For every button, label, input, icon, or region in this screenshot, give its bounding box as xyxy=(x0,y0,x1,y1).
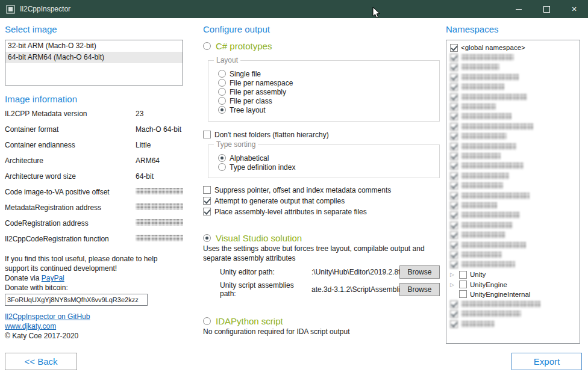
namespace-item-redacted[interactable] xyxy=(450,200,580,210)
namespace-checkbox[interactable] xyxy=(450,113,458,120)
flatten-option[interactable]: Don't nest folders (flatten hierarchy) xyxy=(203,130,440,139)
namespace-item-redacted[interactable] xyxy=(450,132,580,141)
output-checkbox[interactable] xyxy=(203,186,211,194)
namespace-checkbox[interactable] xyxy=(450,123,458,131)
namespace-checkbox[interactable] xyxy=(450,73,458,81)
expand-icon[interactable]: ▷ xyxy=(450,271,456,277)
output-checkbox[interactable] xyxy=(203,197,211,205)
bitcoin-address-field[interactable] xyxy=(5,294,148,306)
layout-option-radio[interactable] xyxy=(218,79,226,87)
namespace-checkbox[interactable] xyxy=(450,182,458,190)
csharp-prototypes-option[interactable]: C# prototypes xyxy=(203,40,440,52)
image-list-item[interactable]: 64-bit ARM64 (Mach-O 64-bit) xyxy=(5,52,183,63)
namespace-item-redacted[interactable] xyxy=(450,112,580,122)
namespace-checkbox[interactable] xyxy=(450,143,458,150)
namespace-checkbox[interactable] xyxy=(450,103,458,111)
namespace-checkbox[interactable] xyxy=(450,132,458,140)
image-list[interactable]: 32-bit ARM (Mach-O 32-bit)64-bit ARM64 (… xyxy=(5,40,183,85)
namespace-checkbox[interactable] xyxy=(450,83,458,91)
flatten-checkbox[interactable] xyxy=(203,131,211,138)
export-button[interactable]: Export xyxy=(511,353,582,370)
csharp-prototypes-radio[interactable] xyxy=(203,42,211,50)
expand-icon[interactable]: ▷ xyxy=(450,282,456,288)
paypal-link[interactable]: PayPal xyxy=(42,274,64,282)
maximize-button[interactable] xyxy=(533,0,560,18)
output-checkbox[interactable] xyxy=(203,208,211,215)
namespace-checkbox[interactable] xyxy=(450,231,458,239)
namespace-item-redacted[interactable] xyxy=(450,309,580,319)
namespace-item[interactable]: ▷UnityEngine xyxy=(450,279,580,289)
output-option[interactable]: Place assembly-level attributes in separ… xyxy=(203,207,440,216)
namespace-item-redacted[interactable] xyxy=(450,161,580,171)
back-button[interactable]: << Back xyxy=(5,353,77,370)
layout-option[interactable]: File per namespace xyxy=(218,78,439,87)
namespace-checkbox[interactable] xyxy=(450,320,458,328)
layout-option-radio[interactable] xyxy=(218,97,226,105)
layout-option-radio[interactable] xyxy=(218,106,226,114)
namespace-item-redacted[interactable] xyxy=(450,319,580,329)
namespace-checkbox[interactable] xyxy=(450,211,458,219)
namespace-checkbox[interactable] xyxy=(450,202,458,209)
namespace-checkbox[interactable] xyxy=(450,152,458,160)
namespace-item-redacted[interactable] xyxy=(450,299,580,309)
close-button[interactable]: ✕ xyxy=(560,0,588,18)
minimize-button[interactable] xyxy=(505,0,533,18)
namespace-item-redacted[interactable] xyxy=(450,230,580,240)
namespace-item[interactable]: UnityEngineInternal xyxy=(450,290,580,299)
namespace-item-redacted[interactable] xyxy=(450,211,580,220)
namespace-item-redacted[interactable] xyxy=(450,240,580,250)
namespace-item-redacted[interactable] xyxy=(450,260,580,270)
visual-studio-option[interactable]: Visual Studio solution xyxy=(203,232,440,244)
namespace-checkbox[interactable] xyxy=(450,54,458,61)
namespace-item-redacted[interactable] xyxy=(450,52,580,62)
layout-option-radio[interactable] xyxy=(218,70,226,78)
layout-option[interactable]: File per class xyxy=(218,96,439,105)
website-link[interactable]: www.djkaty.com xyxy=(5,322,56,330)
browse-button[interactable]: Browse xyxy=(399,265,440,279)
namespace-checkbox[interactable] xyxy=(450,310,458,318)
layout-option-radio[interactable] xyxy=(218,88,226,96)
namespace-item-redacted[interactable] xyxy=(450,250,580,259)
namespace-item-redacted[interactable] xyxy=(450,191,580,200)
namespaces-list[interactable]: <global namespace>▷Unity▷UnityEngineUnit… xyxy=(446,40,580,344)
idapython-radio[interactable] xyxy=(203,317,211,325)
layout-option[interactable]: Tree layout xyxy=(218,105,439,114)
namespace-checkbox[interactable] xyxy=(450,44,458,52)
namespace-checkbox[interactable] xyxy=(450,222,458,229)
namespace-item-redacted[interactable] xyxy=(450,92,580,102)
namespace-item-redacted[interactable] xyxy=(450,171,580,181)
browse-button[interactable]: Browse xyxy=(399,283,440,296)
namespace-item[interactable]: <global namespace> xyxy=(450,43,580,52)
namespace-item[interactable]: ▷Unity xyxy=(450,270,580,279)
sorting-option[interactable]: Alphabetical xyxy=(218,153,439,163)
namespace-checkbox[interactable] xyxy=(450,300,458,308)
output-option[interactable]: Attempt to generate output that compiles xyxy=(203,196,440,205)
layout-option[interactable]: File per assembly xyxy=(218,87,439,96)
namespace-checkbox[interactable] xyxy=(459,280,467,288)
namespace-item-redacted[interactable] xyxy=(450,141,580,151)
namespace-item-redacted[interactable] xyxy=(450,72,580,82)
image-list-item[interactable]: 32-bit ARM (Mach-O 32-bit) xyxy=(5,40,183,52)
namespace-checkbox[interactable] xyxy=(450,93,458,101)
namespace-item-redacted[interactable] xyxy=(450,102,580,111)
namespace-checkbox[interactable] xyxy=(450,241,458,249)
github-link[interactable]: Il2CppInspector on GitHub xyxy=(5,312,90,321)
output-option[interactable]: Suppress pointer, offset and index metad… xyxy=(203,185,440,194)
sorting-option-radio[interactable] xyxy=(218,163,226,171)
namespace-item-redacted[interactable] xyxy=(450,63,580,72)
namespace-checkbox[interactable] xyxy=(459,290,467,298)
namespace-checkbox[interactable] xyxy=(450,261,458,268)
namespace-checkbox[interactable] xyxy=(450,251,458,259)
sorting-option-radio[interactable] xyxy=(218,154,226,162)
namespace-item-redacted[interactable] xyxy=(450,82,580,92)
namespace-checkbox[interactable] xyxy=(459,271,467,279)
namespace-item-redacted[interactable] xyxy=(450,151,580,161)
namespace-checkbox[interactable] xyxy=(450,63,458,71)
namespace-checkbox[interactable] xyxy=(450,192,458,200)
visual-studio-radio[interactable] xyxy=(203,234,211,242)
namespace-item-redacted[interactable] xyxy=(450,122,580,131)
namespace-item-redacted[interactable] xyxy=(450,220,580,230)
sorting-option[interactable]: Type definition index xyxy=(218,163,439,172)
layout-option[interactable]: Single file xyxy=(218,69,439,78)
namespace-checkbox[interactable] xyxy=(450,172,458,180)
